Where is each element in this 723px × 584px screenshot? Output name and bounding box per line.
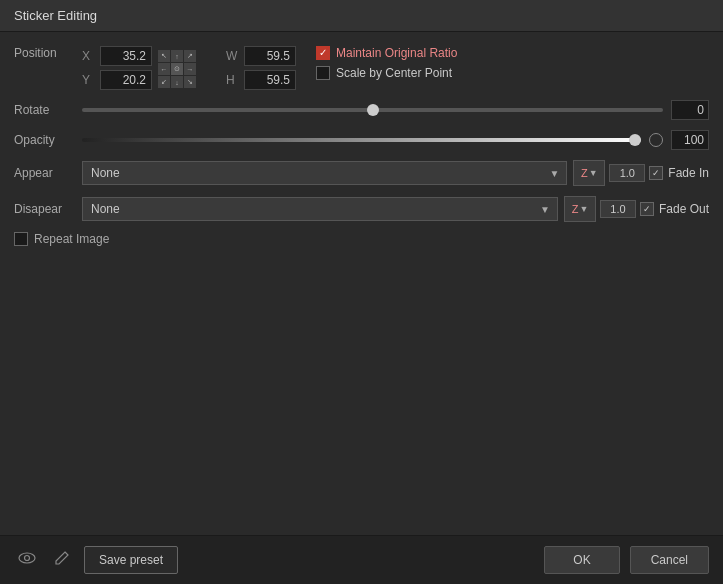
size-h-input[interactable]: [244, 70, 296, 90]
maintain-ratio-label: Maintain Original Ratio: [336, 46, 457, 60]
pen-icon-button[interactable]: [50, 548, 74, 572]
arrow-r[interactable]: →: [184, 63, 196, 75]
disapear-select-wrapper: None ▼: [82, 197, 558, 221]
save-preset-button[interactable]: Save preset: [84, 546, 178, 574]
fade-in-label: Fade In: [668, 166, 709, 180]
svg-point-1: [25, 556, 30, 561]
position-arrow-grid: ↖ ↑ ↗ ← ⊙ → ↙ ↓ ↘: [158, 50, 196, 88]
repeat-image-checkbox[interactable]: [14, 232, 28, 246]
opacity-row: Opacity: [14, 130, 709, 150]
disapear-select[interactable]: None: [82, 197, 558, 221]
arrow-br[interactable]: ↘: [184, 76, 196, 88]
disapear-row: Disapear None ▼ Z ▼ Fade Out: [14, 196, 709, 222]
maintain-ratio-row[interactable]: Maintain Original Ratio: [316, 46, 457, 60]
rotate-label: Rotate: [14, 103, 82, 117]
title-bar: Sticker Editing: [0, 0, 723, 32]
rotate-value[interactable]: [671, 100, 709, 120]
cancel-button[interactable]: Cancel: [630, 546, 709, 574]
appear-row: Appear None ▼ Z ▼ Fade In: [14, 160, 709, 186]
opacity-circle-icon: [649, 133, 663, 147]
arrow-t[interactable]: ↑: [171, 50, 183, 62]
fade-out-label: Fade Out: [659, 202, 709, 216]
appear-z-label: Z: [581, 167, 588, 179]
opacity-label: Opacity: [14, 133, 82, 147]
appear-select-wrapper: None ▼: [82, 161, 567, 185]
disapear-z-chevron: ▼: [579, 204, 588, 214]
appear-select[interactable]: None: [82, 161, 567, 185]
disapear-z-label: Z: [572, 203, 579, 215]
arrow-l[interactable]: ←: [158, 63, 170, 75]
maintain-ratio-checkbox[interactable]: [316, 46, 330, 60]
opacity-slider[interactable]: [82, 138, 641, 142]
rotate-row: Rotate: [14, 100, 709, 120]
arrow-b[interactable]: ↓: [171, 76, 183, 88]
repeat-image-label: Repeat Image: [34, 232, 109, 246]
fade-out-row: Fade Out: [640, 202, 709, 216]
rotate-slider[interactable]: [82, 108, 663, 112]
appear-duration-input[interactable]: [609, 164, 645, 182]
appear-z-chevron: ▼: [589, 168, 598, 178]
scale-center-label: Scale by Center Point: [336, 66, 452, 80]
arrow-tl[interactable]: ↖: [158, 50, 170, 62]
disapear-label: Disapear: [14, 202, 82, 216]
ok-button[interactable]: OK: [544, 546, 619, 574]
dialog-title: Sticker Editing: [14, 8, 97, 23]
h-label: H: [226, 73, 240, 87]
arrow-tr[interactable]: ↗: [184, 50, 196, 62]
position-x-input[interactable]: [100, 46, 152, 66]
disapear-z-button[interactable]: Z ▼: [564, 196, 596, 222]
scale-center-row[interactable]: Scale by Center Point: [316, 66, 457, 80]
position-label: Position: [14, 46, 82, 60]
opacity-value[interactable]: [671, 130, 709, 150]
arrow-c[interactable]: ⊙: [171, 63, 183, 75]
arrow-bl[interactable]: ↙: [158, 76, 170, 88]
appear-z-button[interactable]: Z ▼: [573, 160, 605, 186]
fade-in-checkbox[interactable]: [649, 166, 663, 180]
svg-point-0: [19, 553, 35, 563]
repeat-image-row: Repeat Image: [14, 232, 709, 246]
x-label: X: [82, 49, 96, 63]
footer-right: OK Cancel: [544, 546, 709, 574]
fade-in-row: Fade In: [649, 166, 709, 180]
y-label: Y: [82, 73, 96, 87]
footer: Save preset OK Cancel: [0, 535, 723, 584]
size-w-input[interactable]: [244, 46, 296, 66]
scale-center-checkbox[interactable]: [316, 66, 330, 80]
eye-icon-button[interactable]: [14, 549, 40, 571]
position-y-input[interactable]: [100, 70, 152, 90]
w-label: W: [226, 49, 240, 63]
footer-left: Save preset: [14, 546, 178, 574]
appear-label: Appear: [14, 166, 82, 180]
disapear-duration-input[interactable]: [600, 200, 636, 218]
fade-out-checkbox[interactable]: [640, 202, 654, 216]
